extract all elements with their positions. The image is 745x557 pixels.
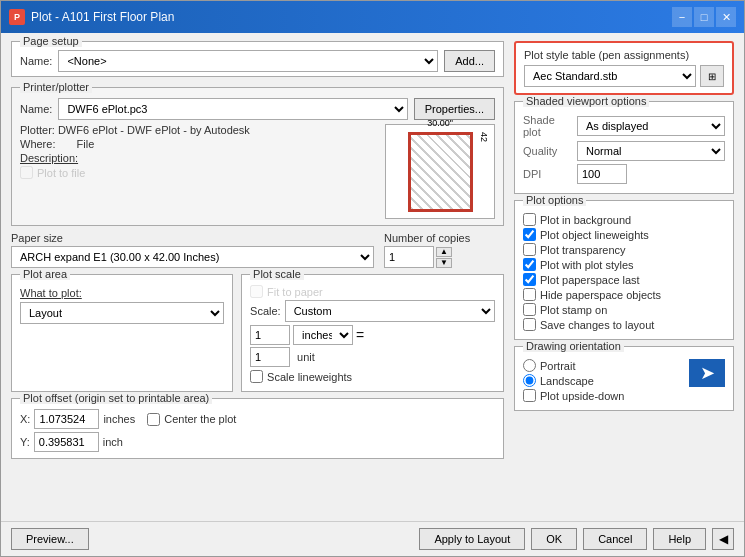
opt-background-checkbox[interactable] (523, 213, 536, 226)
quality-select[interactable]: Normal (577, 141, 725, 161)
opt-paperspace-last[interactable]: Plot paperspace last (523, 273, 725, 286)
plotter-label: Plotter: (20, 124, 55, 136)
shaded-title: Shaded viewport options (523, 95, 649, 107)
opt-transparency[interactable]: Plot transparency (523, 243, 725, 256)
dpi-label: DPI (523, 168, 573, 180)
opt-lineweights-checkbox[interactable] (523, 228, 536, 241)
y-input[interactable] (34, 432, 99, 452)
footer: Preview... Apply to Layout OK Cancel Hel… (1, 521, 744, 556)
desc-label: Description: (20, 152, 78, 164)
what-to-plot-select[interactable]: Layout (20, 302, 224, 324)
footer-right: Apply to Layout OK Cancel Help ◀ (419, 528, 734, 550)
plot-preview-area: 30.00" 42 (385, 124, 495, 219)
opt-save-label: Save changes to layout (540, 319, 654, 331)
fit-to-paper-row: Fit to paper (250, 285, 495, 298)
upside-down-label: Plot upside-down (540, 390, 624, 402)
app-icon: P (9, 9, 25, 25)
title-controls[interactable]: − □ ✕ (672, 7, 736, 27)
offset-title: Plot offset (origin set to printable are… (20, 392, 212, 404)
opt-background-label: Plot in background (540, 214, 631, 226)
plot-style-table-box: Plot style table (pen assignments) Aec S… (514, 41, 734, 95)
scale-lineweights-checkbox[interactable] (250, 370, 263, 383)
close-btn[interactable]: ✕ (716, 7, 736, 27)
scale-unit1-select[interactable]: inches (293, 325, 353, 345)
opt-hide-label: Hide paperspace objects (540, 289, 661, 301)
plot-to-file-row: Plot to file (20, 166, 377, 179)
pst-select[interactable]: Aec Standard.stb (524, 65, 696, 87)
plot-area-scale-row: Plot area What to plot: Layout Plot scal… (11, 274, 504, 392)
upside-down-row[interactable]: Plot upside-down (523, 389, 624, 402)
page-setup-name-label: Name: (20, 55, 52, 67)
what-to-plot-label: What to plot: (20, 287, 224, 299)
landscape-icon[interactable]: ➤ (689, 359, 725, 387)
opt-save-changes[interactable]: Save changes to layout (523, 318, 725, 331)
maximize-btn[interactable]: □ (694, 7, 714, 27)
preview-width: 30.00" (408, 118, 473, 128)
apply-to-layout-button[interactable]: Apply to Layout (419, 528, 525, 550)
x-label: X: (20, 413, 30, 425)
copies-down-btn[interactable]: ▼ (436, 258, 452, 268)
opt-pslast-checkbox[interactable] (523, 273, 536, 286)
paper-size-row: Paper size ARCH expand E1 (30.00 x 42.00… (11, 232, 504, 268)
scale-lineweights-row[interactable]: Scale lineweights (250, 370, 495, 383)
shade-plot-select[interactable]: As displayed (577, 116, 725, 136)
orientation-title: Drawing orientation (523, 340, 624, 352)
y-label: Y: (20, 436, 30, 448)
opt-hide-paperspace[interactable]: Hide paperspace objects (523, 288, 725, 301)
opt-styles-checkbox[interactable] (523, 258, 536, 271)
paper-size-label: Paper size (11, 232, 374, 244)
scale-value1-input[interactable] (250, 325, 290, 345)
ok-button[interactable]: OK (531, 528, 577, 550)
minimize-btn[interactable]: − (672, 7, 692, 27)
scale-select[interactable]: Custom (285, 300, 495, 322)
landscape-radio[interactable] (523, 374, 536, 387)
copies-input[interactable] (384, 246, 434, 268)
orientation-box: Drawing orientation Portrait Landscape (514, 346, 734, 411)
center-plot-label: Center the plot (164, 413, 236, 425)
help-button[interactable]: Help (653, 528, 706, 550)
copies-up-btn[interactable]: ▲ (436, 247, 452, 257)
printer-section: Printer/plotter Name: DWF6 ePlot.pc3 Pro… (11, 87, 504, 226)
right-panel: Plot style table (pen assignments) Aec S… (514, 41, 734, 513)
x-input[interactable] (34, 409, 99, 429)
pst-edit-btn[interactable]: ⊞ (700, 65, 724, 87)
opt-stamp-checkbox[interactable] (523, 303, 536, 316)
shaded-viewport-box: Shaded viewport options Shade plot As di… (514, 101, 734, 194)
plot-offset-box: Plot offset (origin set to printable are… (11, 398, 504, 459)
paper-size-select[interactable]: ARCH expand E1 (30.00 x 42.00 Inches) (11, 246, 374, 268)
y-unit: inch (103, 436, 123, 448)
page-setup-label: Page setup (20, 35, 82, 47)
portrait-row[interactable]: Portrait (523, 359, 624, 372)
opt-pslast-label: Plot paperspace last (540, 274, 640, 286)
opt-styles-label: Plot with plot styles (540, 259, 634, 271)
opt-object-lineweights[interactable]: Plot object lineweights (523, 228, 725, 241)
center-plot-checkbox[interactable] (147, 413, 160, 426)
printer-name-select[interactable]: DWF6 ePlot.pc3 (58, 98, 407, 120)
opt-plot-stamp[interactable]: Plot stamp on (523, 303, 725, 316)
preview-height: 42 (479, 132, 489, 142)
nav-prev-btn[interactable]: ◀ (712, 528, 734, 550)
title-bar: P Plot - A101 First Floor Plan − □ ✕ (1, 1, 744, 33)
opt-save-checkbox[interactable] (523, 318, 536, 331)
preview-button[interactable]: Preview... (11, 528, 89, 550)
window-title: Plot - A101 First Floor Plan (31, 10, 174, 24)
cancel-button[interactable]: Cancel (583, 528, 647, 550)
opt-plot-styles[interactable]: Plot with plot styles (523, 258, 725, 271)
add-button[interactable]: Add... (444, 50, 495, 72)
opt-hide-checkbox[interactable] (523, 288, 536, 301)
page-setup-name-select[interactable]: <None> (58, 50, 438, 72)
scale-value2-input[interactable] (250, 347, 290, 367)
scale-unit2: unit (297, 351, 315, 363)
landscape-row[interactable]: Landscape (523, 374, 624, 387)
plot-to-file-checkbox (20, 166, 33, 179)
dpi-input[interactable] (577, 164, 627, 184)
opt-transparency-checkbox[interactable] (523, 243, 536, 256)
copies-label: Number of copies (384, 232, 504, 244)
plot-dialog: P Plot - A101 First Floor Plan − □ ✕ Pag… (0, 0, 745, 557)
where-info: Where: File (20, 138, 377, 150)
portrait-radio[interactable] (523, 359, 536, 372)
pst-title: Plot style table (pen assignments) (524, 49, 724, 61)
plot-to-file-label: Plot to file (37, 167, 85, 179)
opt-plot-background[interactable]: Plot in background (523, 213, 725, 226)
upside-down-checkbox[interactable] (523, 389, 536, 402)
